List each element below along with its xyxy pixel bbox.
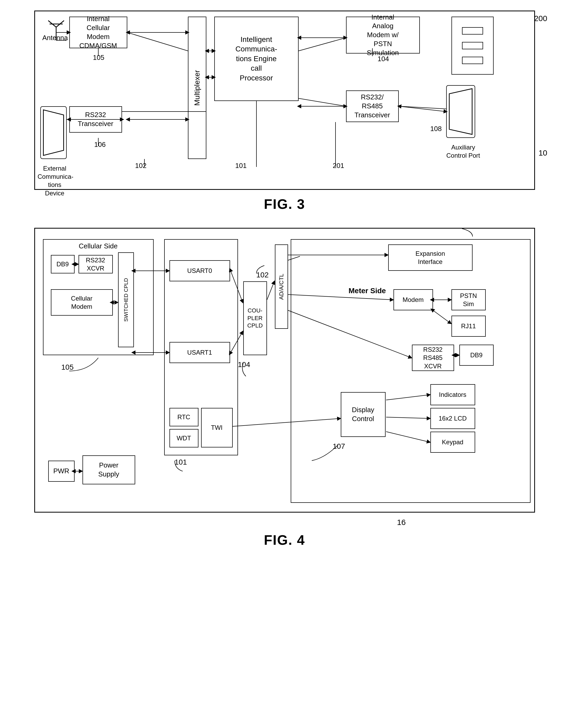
usart1-box: USART1 (170, 342, 230, 363)
meter-side-label: Meter Side (349, 287, 386, 295)
rs232-rs485-xcvr-box: RS232 RS485 XCVR (412, 345, 454, 371)
ref-10: 10 (538, 148, 547, 157)
internal-cellular-modem-box: Internal Cellular Modem CDMA/GSM (69, 17, 127, 48)
db9-box: DB9 (51, 255, 75, 273)
svg-line-38 (267, 281, 275, 300)
display-control-box: Display Control (341, 392, 385, 437)
coupler-cpld-label: COU- PLER CPLD (247, 307, 263, 330)
display-control-label: Display Control (352, 406, 374, 423)
pstn-sim-box: PSTN Sim (451, 289, 486, 310)
aux-ctrl-label: Auxiliary Control Port (443, 143, 483, 160)
rtc-box: RTC (170, 408, 199, 426)
adactl-box: AD/A/CTL (275, 244, 288, 329)
meter-side-section (291, 239, 530, 503)
fig3-label: FIG. 3 (264, 196, 305, 212)
ref-108: 108 (430, 125, 442, 133)
expansion-interface-label: Expansion Interface (415, 249, 445, 266)
adactl-label: AD/A/CTL (278, 273, 285, 300)
switched-cpld-box: SWITCHED CPLD (118, 252, 134, 347)
ref-106: 106 (94, 141, 106, 149)
ice-label: Intelligent Communica- tions Engine call… (235, 35, 277, 83)
internal-analog-modem-label: Internal Analog Modem w/ PSTN Simulation (367, 13, 399, 57)
rtc-label: RTC (177, 413, 190, 421)
rs232-transceiver-box: RS232 Transceiver (69, 106, 122, 133)
rj-panel-box (451, 17, 494, 75)
twi-box: TWI (201, 408, 233, 447)
fig4-ref-16: 16 (397, 518, 406, 527)
rs232-xcvr-cell-label: RS232 XCVR (86, 256, 105, 272)
svg-marker-6 (449, 89, 472, 134)
coupler-cpld-box: COU- PLER CPLD (243, 281, 267, 355)
power-supply-label: Power Supply (98, 461, 119, 479)
ext-comm-icon (41, 106, 66, 159)
ref-105: 105 (93, 54, 104, 62)
cellular-modem-box: Cellular Modem (51, 289, 113, 316)
fig4-label: FIG. 4 (264, 532, 305, 548)
ref-107: 107 (333, 442, 345, 451)
db9-right-box: DB9 (459, 345, 494, 366)
rj11-box: RJ11 (451, 316, 486, 337)
lcd-16x2-label: 16x2 LCD (438, 414, 467, 422)
svg-line-14 (399, 106, 446, 109)
ref-102: 102 (135, 162, 147, 170)
db9-right-label: DB9 (470, 351, 483, 359)
pwr-label: PWR (53, 467, 69, 476)
rs232-rs485-transceiver-label: RS232/ RS485 Transceiver (354, 93, 390, 119)
twi-label: TWI (211, 423, 223, 432)
rs232-xcvr-cell-box: RS232 XCVR (79, 255, 113, 273)
ref-101: 101 (175, 458, 187, 466)
rs232-rs485-transceiver-box: RS232/ RS485 Transceiver (346, 90, 399, 122)
page-container: 200 10 Antenna Internal Cellular Modem C… (16, 11, 553, 548)
usart0-box: USART0 (170, 260, 230, 281)
ref-105: 105 (61, 363, 74, 372)
fig4-wrapper: 106 Cellular Side DB9 RS232 XCVR SWITCHE… (16, 228, 553, 548)
usart0-label: USART0 (187, 267, 212, 275)
ref-200: 200 (534, 14, 547, 23)
power-supply-box: Power Supply (83, 455, 135, 484)
svg-marker-5 (43, 110, 64, 156)
ext-comm-label: External Communica- tions Device (38, 164, 72, 197)
modem-box: Modem (393, 289, 433, 310)
switched-cpld-label: SWITCHED CPLD (123, 278, 129, 322)
usart1-label: USART1 (187, 348, 212, 356)
ice-box: Intelligent Communica- tions Engine call… (214, 17, 298, 101)
rs232-transceiver-label: RS232 Transceiver (78, 110, 113, 128)
keypad-box: Keypad (430, 432, 475, 453)
svg-line-11 (298, 38, 346, 51)
fig3-diagram: 200 10 Antenna Internal Cellular Modem C… (34, 11, 535, 190)
indicators-box: Indicators (430, 384, 475, 405)
svg-line-22 (399, 106, 446, 112)
aux-ctrl-icon (447, 85, 475, 138)
lcd-16x2-box: 16x2 LCD (430, 408, 475, 429)
ref-201: 201 (333, 162, 344, 170)
db9-label: DB9 (56, 260, 69, 268)
svg-line-15 (298, 98, 346, 106)
ref-102: 102 (257, 271, 269, 279)
pstn-sim-label: PSTN Sim (460, 292, 477, 308)
multiplexer-label: Multiplexer (192, 70, 202, 105)
fig4-diagram: Cellular Side DB9 RS232 XCVR SWITCHED CP… (34, 228, 535, 513)
wdt-label: WDT (177, 434, 191, 442)
svg-line-8 (127, 32, 188, 51)
wdt-box: WDT (170, 429, 199, 447)
fig3-wrapper: 200 10 Antenna Internal Cellular Modem C… (16, 11, 553, 212)
aux-ctrl-box (446, 85, 475, 138)
pwr-box: PWR (48, 461, 75, 482)
external-comm-device-box (40, 106, 67, 159)
multiplexer-box: Multiplexer (188, 17, 206, 159)
expansion-interface-box: Expansion Interface (388, 244, 472, 271)
antenna-label: Antenna (42, 34, 68, 42)
keypad-label: Keypad (442, 438, 463, 446)
internal-analog-modem-box: Internal Analog Modem w/ PSTN Simulation (346, 17, 420, 54)
ref-104: 104 (238, 360, 251, 369)
ref-101: 101 (235, 162, 247, 170)
cellular-modem-label: Cellular Modem (71, 294, 92, 311)
modem-label: Modem (402, 296, 423, 304)
rs232-rs485-xcvr-label: RS232 RS485 XCVR (423, 345, 442, 370)
indicators-label: Indicators (439, 390, 466, 399)
cellular-side-label: Cellular Side (79, 242, 118, 251)
internal-cellular-modem-label: Internal Cellular Modem CDMA/GSM (79, 15, 117, 50)
ref-104: 104 (378, 55, 389, 63)
rj11-label: RJ11 (461, 322, 476, 330)
